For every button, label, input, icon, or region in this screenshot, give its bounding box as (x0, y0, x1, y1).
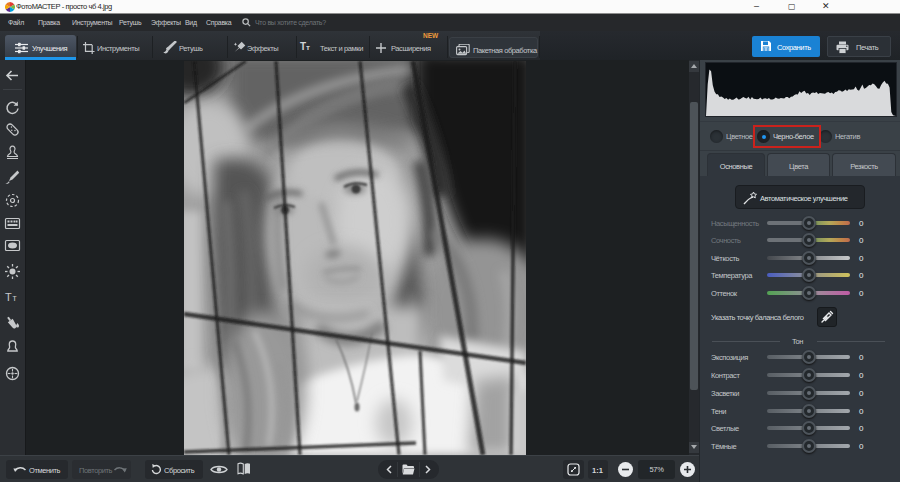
svg-text:т: т (13, 293, 17, 303)
svg-text:T: T (5, 291, 12, 303)
